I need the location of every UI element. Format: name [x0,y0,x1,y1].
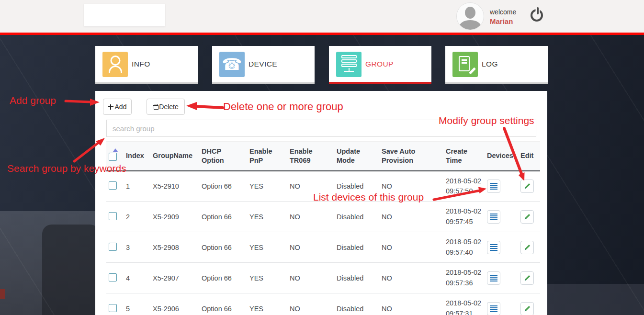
server-icon [336,52,362,77]
pencil-icon [524,305,531,312]
logo-placeholder [84,4,165,26]
edit-group-button[interactable] [520,180,534,193]
cell-enable-tr069: NO [287,202,334,232]
tab-log[interactable]: LOG [445,46,548,84]
edit-group-button[interactable] [520,302,534,315]
list-devices-button[interactable] [487,210,500,224]
col-header-index[interactable]: Index [124,142,150,171]
search-group-input[interactable] [106,120,536,137]
cell-group-name: X5-2907 [150,263,199,293]
list-devices-button[interactable] [487,180,500,193]
app-window: welcome Marian INFO DEVICE GROUP [0,0,644,315]
background-photo-detail [0,289,5,299]
cell-update-mode: Disabled [334,232,379,263]
col-header-enable-tr069[interactable]: Enable TR069 [287,142,334,171]
tab-group[interactable]: GROUP [329,46,431,84]
group-table: Index GroupName DHCP Option Enable PnP E… [106,142,540,315]
tab-info[interactable]: INFO [95,46,198,84]
delete-button-label: Delete [159,103,178,111]
col-header-devices: Devices [485,142,518,171]
cell-enable-pnp: YES [247,263,287,293]
cell-update-mode: Disabled [334,202,379,232]
table-row: 1 X5-2910 Option 66 YES NO Disabled NO 2… [106,171,540,202]
top-header-bar: welcome Marian [0,0,644,33]
col-header-update-mode[interactable]: Update Mode [334,142,379,171]
device-list-icon [490,183,497,190]
cell-create-time: 2018-05-02 09:57:36 [443,263,485,293]
cell-dhcp-option: Option 66 [199,232,247,263]
row-checkbox[interactable] [109,212,117,220]
add-button-label: Add [115,103,127,111]
cell-update-mode: Disabled [334,263,379,293]
table-row: 2 X5-2909 Option 66 YES NO Disabled NO 2… [106,202,540,232]
device-list-icon [490,305,497,312]
row-checkbox[interactable] [109,304,117,312]
tab-device-label: DEVICE [249,46,277,82]
pencil-icon [524,274,531,281]
cell-save-auto-provision: NO [379,263,443,293]
edit-group-button[interactable] [520,210,534,224]
cell-update-mode: Disabled [334,293,379,315]
list-devices-button[interactable] [487,271,500,285]
row-checkbox[interactable] [109,181,117,190]
tab-device[interactable]: DEVICE [212,46,315,84]
background-photo-right [547,284,644,315]
pencil-icon [524,182,531,190]
cell-enable-pnp: YES [247,293,287,315]
cell-index: 2 [124,202,150,232]
cell-dhcp-option: Option 66 [199,202,247,232]
sort-ascending-icon[interactable] [113,148,118,152]
list-devices-button[interactable] [487,302,500,315]
cell-enable-tr069: NO [287,232,334,263]
trash-icon [153,104,158,110]
col-header-create-time[interactable]: Create Time [443,142,485,171]
background-photo-left [0,211,102,315]
delete-button[interactable]: Delete [147,99,185,115]
avatar[interactable] [456,2,484,30]
cell-create-time: 2018-05-02 09:57:31 [443,293,485,315]
cell-enable-tr069: NO [287,263,334,293]
group-panel: Add Delete Index GroupName [95,91,547,315]
row-checkbox[interactable] [109,273,117,281]
cell-group-name: X5-2910 [150,171,199,202]
cell-create-time: 2018-05-02 09:57:50 [443,171,485,202]
table-header-row: Index GroupName DHCP Option Enable PnP E… [106,142,540,171]
cell-index: 3 [124,232,150,263]
cell-dhcp-option: Option 66 [199,263,247,293]
cell-enable-pnp: YES [247,202,287,232]
cell-create-time: 2018-05-02 09:57:45 [443,202,485,232]
edit-group-button[interactable] [520,271,534,285]
document-icon [452,52,478,77]
avatar-head-shape [465,7,475,19]
logout-power-button[interactable] [529,7,546,24]
cell-group-name: X5-2908 [150,232,199,263]
device-list-icon [490,244,497,251]
cell-save-auto-provision: NO [379,171,443,202]
select-all-checkbox[interactable] [109,153,117,161]
table-row: 5 X5-2906 Option 66 YES NO Disabled NO 2… [106,293,540,315]
edit-group-button[interactable] [520,241,534,254]
phone-icon [219,52,245,77]
cell-group-name: X5-2909 [150,202,199,232]
pencil-icon [524,244,531,251]
table-row: 3 X5-2908 Option 66 YES NO Disabled NO 2… [106,232,540,263]
cell-save-auto-provision: NO [379,293,443,315]
cell-save-auto-provision: NO [379,232,443,263]
col-header-enable-pnp[interactable]: Enable PnP [247,142,287,171]
col-header-save-auto-provision[interactable]: Save Auto Provision [379,142,443,171]
cell-enable-pnp: YES [247,232,287,263]
col-header-dhcp-option[interactable]: DHCP Option [199,142,247,171]
add-button[interactable]: Add [103,99,132,115]
cell-update-mode: Disabled [334,171,379,202]
person-icon [102,52,128,77]
cell-index: 1 [124,171,150,202]
cell-enable-tr069: NO [287,293,334,315]
list-devices-button[interactable] [487,241,500,254]
device-list-icon [490,214,497,220]
tab-log-label: LOG [482,46,498,82]
row-checkbox[interactable] [109,243,117,251]
welcome-label: welcome [490,8,516,16]
col-header-group-name[interactable]: GroupName [150,142,199,171]
cell-index: 4 [124,263,150,293]
cell-enable-tr069: NO [287,171,334,202]
